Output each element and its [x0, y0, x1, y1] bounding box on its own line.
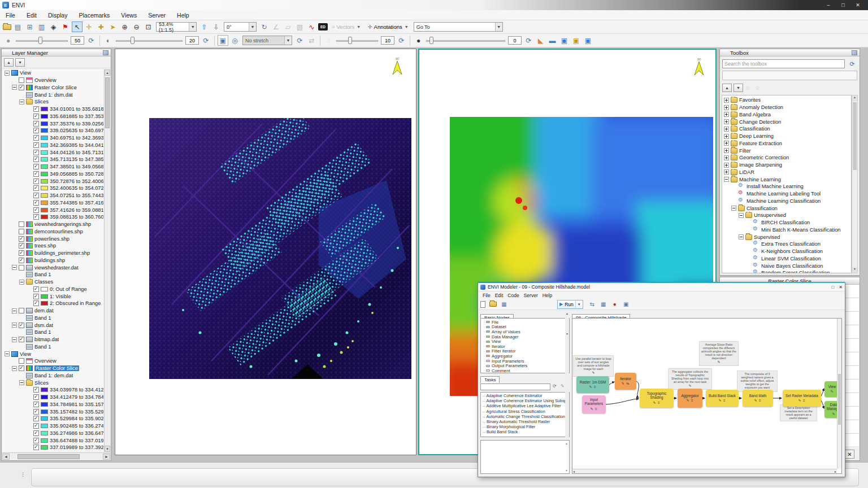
- zoom-out-icon[interactable]: ⊖: [131, 21, 142, 32]
- layer-row[interactable]: Band 1: [3, 315, 103, 322]
- layer-row[interactable]: viewshedrangerings.shp: [3, 221, 103, 228]
- toolbox-item[interactable]: LiDAR: [722, 169, 851, 176]
- expand-all-button[interactable]: ▼: [15, 58, 25, 67]
- layer-checkbox[interactable]: [33, 214, 39, 220]
- contrast-slider[interactable]: [336, 36, 378, 45]
- layer-row[interactable]: 1: Visible: [3, 293, 103, 300]
- pin-icon[interactable]: [852, 50, 857, 55]
- map-view-1[interactable]: 90: [115, 49, 416, 455]
- layer-checkbox[interactable]: [33, 128, 39, 133]
- refresh-brightness-icon[interactable]: ⟳: [201, 35, 211, 46]
- layer-row[interactable]: View: [3, 69, 103, 77]
- layer-checkbox[interactable]: [33, 156, 39, 162]
- toolbox-item[interactable]: Machine Learning: [722, 176, 851, 183]
- layer-checkbox[interactable]: [19, 243, 24, 249]
- layer-checkbox[interactable]: [33, 200, 39, 206]
- sharpen-icon[interactable]: ●: [413, 35, 424, 46]
- layer-row[interactable]: Raster Color Slice: [3, 84, 103, 91]
- chevron-down-icon[interactable]: ▼: [189, 23, 196, 31]
- add-favorite-icon[interactable]: ☆: [745, 85, 753, 91]
- layer-checkbox[interactable]: [33, 387, 39, 393]
- remove-favorite-icon[interactable]: ☆: [755, 85, 763, 91]
- layer-row[interactable]: Band 1: [3, 329, 103, 336]
- layer-row[interactable]: buildings.shp: [3, 257, 103, 264]
- task-item[interactable]: Build Band Stack: [481, 429, 569, 434]
- layer-row[interactable]: 334.412479 to 334.784: [3, 394, 103, 401]
- layer-checkbox[interactable]: [33, 402, 39, 407]
- task-item[interactable]: Binary Automatic Threshold Raster: [481, 419, 569, 424]
- layer-checkbox[interactable]: [33, 193, 39, 198]
- layer-row[interactable]: 334.039978 to 334.412: [3, 386, 103, 394]
- layer-row[interactable]: 350.72876 to 352.4006: [3, 177, 103, 185]
- toolbox-item[interactable]: Extra Trees Classification: [722, 241, 851, 248]
- expander-icon[interactable]: [724, 105, 729, 110]
- layer-row[interactable]: 352.400635 to 354.072: [3, 185, 103, 192]
- layer-checkbox[interactable]: [33, 178, 39, 184]
- expander-icon[interactable]: [12, 265, 17, 270]
- node-aggregator[interactable]: Aggregator ✎ ≡: [678, 389, 702, 408]
- refresh-stretch-icon[interactable]: ⟳: [294, 35, 305, 46]
- toolbox-item[interactable]: Supervised: [722, 233, 851, 241]
- new-model-icon[interactable]: [480, 301, 485, 308]
- expander-icon[interactable]: [724, 112, 729, 117]
- node-build-band-stack[interactable]: Build Band Stack ✎ ≡: [706, 390, 739, 407]
- layer-row[interactable]: 2: Obscured in Range: [3, 300, 103, 307]
- toolbox-item[interactable]: Classification: [722, 125, 851, 133]
- task-item[interactable]: Additive Multiplicative Lee Adaptive Fil…: [481, 403, 569, 408]
- expander-icon[interactable]: [724, 141, 729, 146]
- canvas-vscrollbar[interactable]: [837, 319, 841, 469]
- layer-row[interactable]: 344.04126 to 345.7131: [3, 149, 103, 156]
- layer-row[interactable]: 336.274986 to 336.647: [3, 430, 103, 437]
- pin-tool-icon[interactable]: ⚑: [60, 21, 71, 32]
- toolbox-item[interactable]: K-Neighbors Classification: [722, 248, 851, 255]
- basic-node-item[interactable]: Filter Iterator: [481, 349, 569, 354]
- rotate-combo[interactable]: 0°▼: [224, 22, 257, 32]
- menu-item[interactable]: File: [0, 10, 21, 20]
- toolbox-scrollbar[interactable]: ▲ ▼: [852, 95, 858, 273]
- layer-row[interactable]: Slices: [3, 379, 103, 386]
- data-manager-icon[interactable]: ▤: [12, 21, 23, 32]
- canvas-hscrollbar[interactable]: ◄►: [572, 469, 837, 473]
- brightness-icon[interactable]: ◐: [103, 35, 114, 46]
- layer-checkbox[interactable]: [33, 142, 39, 148]
- brightness-input[interactable]: [185, 36, 199, 45]
- anaglyph-icon[interactable]: ◣: [535, 35, 546, 46]
- expander-icon[interactable]: [12, 85, 17, 90]
- layer-row[interactable]: demcontourlines.shp: [3, 228, 103, 236]
- close-button[interactable]: ✕: [851, 1, 865, 9]
- region-icon[interactable]: ▱: [283, 21, 293, 32]
- task-item[interactable]: Binary Morphological Filter: [481, 424, 569, 429]
- layer-row[interactable]: 0: Out of Range: [3, 286, 103, 293]
- band-animation-icon[interactable]: ◎: [229, 35, 240, 46]
- open-file-icon[interactable]: [3, 24, 11, 30]
- task-item[interactable]: Adaptive Coherence Estimator Using Subsp…: [481, 398, 569, 403]
- layer-row[interactable]: 357.41626 to 359.0881: [3, 206, 103, 213]
- layer-checkbox[interactable]: [33, 106, 39, 112]
- toolbox-item[interactable]: Machine Learning Labeling Tool: [722, 190, 851, 198]
- toolbox-item[interactable]: Favorites: [722, 97, 851, 104]
- expander-icon[interactable]: [19, 99, 24, 104]
- basic-node-item[interactable]: Comment: [481, 368, 569, 373]
- layer-row[interactable]: Classes: [3, 278, 103, 286]
- toolbox-item[interactable]: Classification: [722, 204, 851, 212]
- series-icon[interactable]: ▬: [547, 35, 558, 46]
- expander-icon[interactable]: [12, 323, 17, 328]
- layer-row[interactable]: 342.369385 to 344.041: [3, 142, 103, 149]
- collapse-all-button[interactable]: ▲: [4, 58, 14, 67]
- menu-item[interactable]: Server: [524, 291, 538, 299]
- basic-node-item[interactable]: Iterator: [481, 344, 569, 349]
- select-tool-icon[interactable]: ↖: [72, 21, 83, 32]
- layer-row[interactable]: Raster Color Slice: [3, 365, 103, 372]
- modeler-title-bar[interactable]: ENVI Modeler - 09 - Composite Hillshade.…: [478, 283, 845, 291]
- menu-item[interactable]: Code: [507, 291, 519, 299]
- node-input-parameters[interactable]: Input Parameters ✎ ≡: [582, 395, 606, 413]
- stretch-combo[interactable]: No stretch▼: [242, 36, 292, 45]
- contrast-input[interactable]: [381, 36, 394, 45]
- restore-button[interactable]: □: [831, 285, 834, 290]
- layer-row[interactable]: 334.01001 to 335.6818: [3, 106, 103, 113]
- collapse-all-button[interactable]: ▲: [722, 84, 732, 92]
- layer-row[interactable]: 337.019989 to 337.392: [3, 444, 103, 451]
- layer-checkbox[interactable]: [33, 164, 39, 169]
- refresh-icon[interactable]: ⟳: [847, 59, 857, 68]
- layer-row[interactable]: trees.shp: [3, 242, 103, 250]
